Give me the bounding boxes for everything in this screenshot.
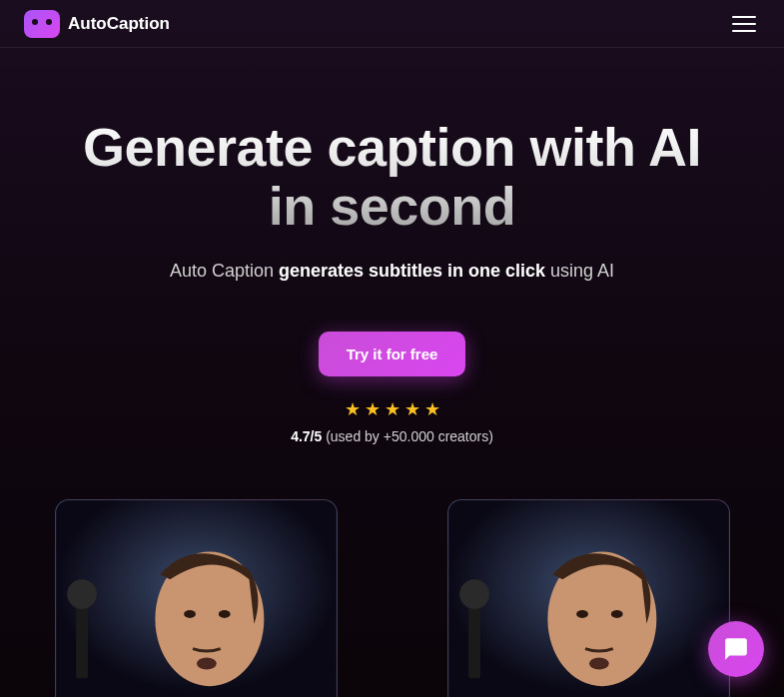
svg-point-11 — [588, 657, 608, 669]
hamburger-icon — [732, 23, 756, 25]
hero-title-line2: in second — [269, 176, 516, 236]
hero-title: Generate caption with AI in second — [40, 118, 744, 237]
svg-point-6 — [67, 579, 97, 609]
star-icon: ★ — [424, 398, 440, 420]
svg-rect-12 — [468, 599, 480, 678]
svg-point-4 — [196, 657, 216, 669]
video-preview-card[interactable] — [55, 499, 338, 697]
logo-text: AutoCaption — [68, 14, 170, 34]
hero-title-line1: Generate caption with AI — [83, 117, 701, 177]
rating-section: ★ ★ ★ ★ ★ 4.7/5 (used by +50.000 creator… — [40, 398, 744, 444]
rating-text: 4.7/5 (used by +50.000 creators) — [40, 428, 744, 444]
svg-point-9 — [576, 610, 588, 618]
main-content: Generate caption with AI in second Auto … — [0, 48, 784, 697]
try-free-button[interactable]: Try it for free — [319, 332, 466, 376]
hero-subtitle: Auto Caption generates subtitles in one … — [40, 261, 744, 282]
logo-icon — [24, 10, 60, 38]
chat-icon — [723, 636, 749, 662]
svg-point-10 — [610, 610, 622, 618]
svg-point-13 — [459, 579, 489, 609]
video-placeholder-icon — [448, 500, 729, 697]
logo[interactable]: AutoCaption — [24, 10, 170, 38]
svg-rect-5 — [76, 599, 88, 678]
rating-score: 4.7/5 — [291, 428, 322, 444]
hamburger-menu-button[interactable] — [728, 12, 760, 36]
video-placeholder-icon — [56, 500, 337, 697]
rating-usage: (used by +50.000 creators) — [322, 428, 493, 444]
svg-point-3 — [218, 610, 230, 618]
star-icon: ★ — [345, 398, 361, 420]
hamburger-icon — [732, 30, 756, 32]
subtitle-bold: generates subtitles in one click — [279, 261, 545, 281]
chat-support-button[interactable] — [708, 621, 764, 677]
subtitle-prefix: Auto Caption — [170, 261, 279, 281]
star-icon: ★ — [385, 398, 400, 420]
subtitle-suffix: using AI — [545, 261, 614, 281]
video-preview-card[interactable] — [447, 499, 730, 697]
svg-point-2 — [184, 610, 196, 618]
site-header: AutoCaption — [0, 0, 784, 48]
video-previews-row — [40, 499, 744, 697]
star-rating: ★ ★ ★ ★ ★ — [40, 398, 744, 420]
hamburger-icon — [732, 16, 756, 18]
star-icon: ★ — [404, 398, 420, 420]
star-icon: ★ — [365, 398, 381, 420]
